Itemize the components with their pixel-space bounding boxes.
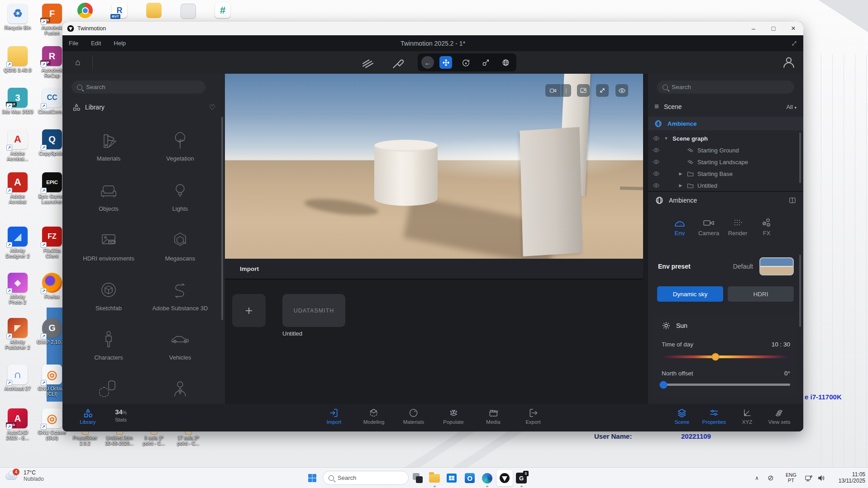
library-item-materials[interactable]: Materials bbox=[75, 129, 143, 162]
scene-item-ambience-selected[interactable]: Ambience bbox=[648, 117, 803, 130]
bottom-modeling-button[interactable]: Modeling bbox=[363, 408, 385, 425]
coordinate-space-button[interactable] bbox=[499, 56, 512, 69]
close-button[interactable]: × bbox=[783, 22, 803, 35]
bottom-media-button[interactable]: Media bbox=[486, 408, 500, 425]
split-panel-icon[interactable] bbox=[788, 196, 796, 204]
library-item-partial-business[interactable] bbox=[146, 378, 214, 401]
import-add-button[interactable]: + bbox=[232, 294, 266, 327]
device-icon[interactable] bbox=[181, 4, 196, 19]
undo-button[interactable]: ← bbox=[421, 56, 434, 69]
udatasmith-tile[interactable]: UDATASMITH bbox=[282, 294, 345, 327]
menu-help[interactable]: Help bbox=[107, 35, 132, 51]
tab-camera[interactable]: Camera bbox=[694, 218, 723, 237]
eye-icon[interactable] bbox=[653, 147, 660, 154]
menu-file[interactable]: File bbox=[62, 35, 85, 51]
taskbar-search-input[interactable] bbox=[338, 474, 403, 481]
scene-tree-scrollbar[interactable] bbox=[799, 133, 801, 183]
bottom-view-sets-button[interactable]: View sets bbox=[768, 408, 790, 425]
tab-fx[interactable]: FX bbox=[752, 218, 781, 237]
weather-widget[interactable]: 4 17°C Nublado bbox=[5, 469, 44, 482]
bottom-properties-button[interactable]: Properties bbox=[702, 408, 726, 425]
library-search-input[interactable] bbox=[86, 84, 200, 90]
bottom-stats[interactable]: 34% Stats bbox=[115, 408, 127, 422]
eye-icon[interactable] bbox=[653, 182, 660, 189]
revit-icon[interactable]: RRVT bbox=[112, 3, 127, 18]
folder-icon[interactable] bbox=[146, 3, 162, 18]
library-item-partial-primitives[interactable] bbox=[75, 378, 143, 401]
maximize-button[interactable]: □ bbox=[763, 22, 783, 35]
dynamic-sky-button[interactable]: Dynamic sky bbox=[657, 286, 723, 302]
outlook-icon[interactable]: O bbox=[462, 470, 478, 486]
viewport-screenshot-button[interactable] bbox=[577, 84, 590, 97]
expand-arrow-icon[interactable]: ▶ bbox=[678, 171, 683, 176]
scene-menu-icon[interactable]: ≡ bbox=[654, 102, 659, 111]
eye-icon[interactable] bbox=[653, 170, 660, 177]
bottom-export-button[interactable]: Export bbox=[525, 408, 540, 425]
tab-env[interactable]: Env bbox=[665, 218, 694, 237]
bottom-materials-button[interactable]: Materials bbox=[403, 408, 424, 425]
library-item-hdri[interactable]: HDR HDRI environments bbox=[75, 229, 143, 262]
viewport-more-button[interactable]: ⋮ bbox=[561, 84, 571, 97]
titlebar[interactable]: Twinmotion – □ × bbox=[62, 22, 803, 35]
viewport-camera-button[interactable] bbox=[545, 84, 561, 97]
library-search[interactable] bbox=[72, 81, 205, 94]
desktop-icon-3dsmax[interactable]: 3MAX↗ 3ds Max 2023 bbox=[0, 88, 35, 114]
scene-filter-dropdown[interactable]: All ▾ bbox=[786, 104, 796, 110]
desktops-app-icon[interactable] bbox=[410, 470, 426, 486]
microsoft-store-icon[interactable] bbox=[444, 470, 460, 486]
file-explorer-icon[interactable] bbox=[426, 470, 443, 486]
start-button[interactable] bbox=[304, 470, 320, 486]
expand-diagonal-icon[interactable] bbox=[791, 40, 798, 47]
desktop-icon-archicad[interactable]: ∩↗ Archicad 27 bbox=[0, 365, 35, 391]
desktop-icon-affinity-designer[interactable]: ◢↗ AffinityDesigner 2 bbox=[0, 227, 35, 259]
tree-row-starting-landscape[interactable]: Starting Landscape bbox=[648, 156, 797, 168]
library-item-characters[interactable]: Characters bbox=[75, 328, 143, 361]
rotate-tool-button[interactable] bbox=[459, 56, 472, 69]
library-item-vegetation[interactable]: Vegetation bbox=[146, 129, 214, 162]
account-icon[interactable] bbox=[782, 55, 796, 70]
tab-render[interactable]: Render bbox=[723, 218, 752, 237]
library-item-vehicles[interactable]: Vehicles bbox=[146, 328, 214, 361]
library-item-objects[interactable]: Objects bbox=[75, 180, 143, 212]
bottom-populate-button[interactable]: Populate bbox=[443, 408, 463, 425]
library-item-lights[interactable]: Lights bbox=[146, 180, 214, 212]
viewport-3d[interactable]: ⋮ bbox=[225, 74, 643, 259]
volume-icon[interactable] bbox=[817, 468, 825, 488]
gimp-taskbar-icon[interactable]: G8 bbox=[513, 470, 529, 486]
tray-chevron[interactable]: ∧ bbox=[755, 468, 759, 488]
desktop-icon-autocad[interactable]: ACAD↗ AutoCAD2023 - E... bbox=[0, 408, 35, 441]
time-of-day-slider[interactable] bbox=[662, 355, 790, 358]
bottom-library-button[interactable]: Library bbox=[80, 408, 95, 425]
hdri-button[interactable]: HDRI bbox=[728, 286, 794, 302]
tree-row-starting-ground[interactable]: Starting Ground bbox=[648, 144, 797, 156]
language-switcher[interactable]: ENGPT bbox=[786, 468, 796, 488]
favorites-heart-icon[interactable]: ♡ bbox=[209, 103, 215, 112]
network-icon[interactable] bbox=[805, 468, 813, 488]
bottom-import-button[interactable]: Import bbox=[327, 408, 342, 425]
expand-arrow-icon[interactable]: ▶ bbox=[678, 183, 683, 188]
clock[interactable]: 11:0513/11/2025 bbox=[832, 468, 865, 488]
move-tool-button[interactable] bbox=[439, 56, 452, 69]
twinmotion-taskbar-icon[interactable] bbox=[496, 470, 513, 486]
scene-search-input[interactable] bbox=[672, 84, 789, 90]
scale-tool-button[interactable] bbox=[479, 56, 492, 69]
minimize-button[interactable]: – bbox=[744, 22, 763, 35]
edge-icon[interactable] bbox=[479, 470, 495, 486]
hash-app-icon[interactable]: # bbox=[215, 3, 230, 18]
eye-icon[interactable] bbox=[653, 158, 660, 166]
tree-row-scene-graph[interactable]: ▼ Scene graph bbox=[648, 133, 797, 144]
muted-icon[interactable]: ⊘ bbox=[768, 468, 773, 488]
home-button[interactable]: ⌂ bbox=[71, 55, 85, 70]
tree-row-untitled[interactable]: ▶ Untitled bbox=[648, 180, 797, 191]
library-item-sketchfab[interactable]: Sketchfab bbox=[75, 279, 143, 312]
viewport-visibility-button[interactable] bbox=[615, 84, 628, 97]
north-offset-slider[interactable] bbox=[662, 384, 790, 386]
desktop-icon-affinity-photo[interactable]: ◆↗ AffinityPhoto 2 bbox=[0, 273, 35, 305]
ambience-scrollbar[interactable] bbox=[799, 255, 801, 327]
bottom-xyz-button[interactable]: XYZ bbox=[742, 408, 752, 425]
eye-icon[interactable] bbox=[653, 135, 660, 142]
desktop-icon-affinity-publisher[interactable]: ◤↗ AffinityPublisher 2 bbox=[0, 318, 35, 350]
tree-row-starting-base[interactable]: ▶ Starting Base bbox=[648, 168, 797, 180]
library-scrollbar[interactable] bbox=[221, 117, 223, 320]
bottom-scene-button[interactable]: Scene bbox=[675, 408, 690, 425]
